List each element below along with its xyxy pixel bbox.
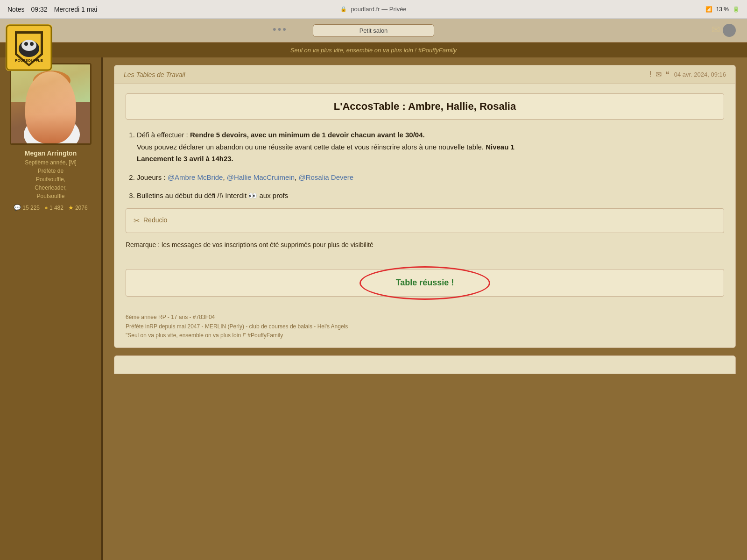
post-header: Les Tables de Travail ! ✉ ❝ 04 avr. 2024… [114, 65, 735, 84]
post-card: Les Tables de Travail ! ✉ ❝ 04 avr. 2024… [114, 65, 736, 348]
svg-point-5 [30, 42, 34, 46]
item1-launch: Lancement le 3 avril à 14h23. [137, 155, 233, 163]
post-meta-icons: ! ✉ ❝ [649, 70, 669, 79]
stat-messages: 💬 15 225 [14, 204, 40, 211]
main-layout: Seul on va plus vite, ensemble on va plu… [0, 43, 747, 560]
sidebar: Megan Arrington Septième année, [M] Préf… [0, 57, 103, 560]
svg-point-9 [24, 116, 80, 145]
item1-level: Niveau 1 [486, 143, 514, 151]
svg-marker-13 [52, 118, 53, 123]
post-meta: ! ✉ ❝ 04 avr. 2024, 09:16 [649, 70, 726, 79]
coin-icon: ● [44, 204, 48, 211]
reducio-icon: ✂ [134, 214, 140, 227]
username: Megan Arrington [25, 149, 77, 157]
star-icon: ★ [68, 204, 74, 211]
mail-icon-header[interactable]: ✉ [712, 24, 720, 37]
avatar [10, 63, 92, 145]
item3-text: Bulletins au début du défi /!\ Interdit … [137, 191, 288, 199]
time: 09:32 [31, 6, 48, 13]
svg-rect-10 [39, 121, 65, 145]
quote-icon[interactable]: ❝ [665, 70, 669, 79]
link-rosalia[interactable]: @Rosalia Devere [298, 173, 353, 181]
post-title-box: L'AccosTable : Ambre, Hallie, Rosalia [126, 93, 724, 120]
stat-stars: ★ 2076 [68, 204, 88, 211]
item1-intro: Défi à effectuer : [137, 131, 190, 139]
svg-point-25 [46, 97, 48, 99]
star-count: 2076 [75, 205, 88, 211]
item2-text: Joueurs : @Ambre McBride, @Hallie MacCru… [137, 173, 353, 181]
svg-point-15 [33, 78, 70, 119]
svg-text:POUFSOUFFLE: POUFSOUFFLE [15, 58, 43, 63]
link-ambre[interactable]: @Ambre McBride [168, 173, 223, 181]
svg-point-22 [55, 94, 61, 102]
avatar-svg [11, 64, 92, 145]
reducio-label: Reducio [143, 215, 167, 226]
svg-marker-11 [50, 115, 54, 139]
svg-point-16 [32, 71, 71, 114]
svg-rect-8 [11, 102, 92, 145]
footer-line2: Préfète inRP depuis mai 2047 - MERLIN (P… [126, 322, 724, 331]
post-category: Les Tables de Travail [124, 71, 185, 78]
reducio-box[interactable]: ✂ Reducio [126, 208, 724, 233]
list-item-1: Défi à effectuer : Rendre 5 devoirs, ave… [137, 129, 724, 165]
success-text: Table réussie ! [396, 278, 454, 287]
svg-point-17 [35, 79, 69, 117]
date: Mercredi 1 mai [54, 6, 98, 13]
svg-point-4 [24, 42, 28, 46]
link-hallie[interactable]: @Hallie MacCruimein [227, 173, 295, 181]
post-list: Défi à effectuer : Rendre 5 devoirs, ave… [126, 129, 724, 202]
nav-title-bar[interactable]: Petit salon [313, 24, 434, 37]
mail-icon-post[interactable]: ✉ [655, 70, 662, 79]
svg-point-24 [56, 96, 61, 101]
svg-point-21 [42, 94, 49, 102]
success-area: Table réussie ! [126, 269, 724, 297]
quote-banner: Seul on va plus vite, ensemble on va plu… [0, 43, 747, 57]
svg-point-3 [21, 40, 36, 51]
content-area: Megan Arrington Septième année, [M] Préf… [0, 57, 747, 560]
post-date: 04 avr. 2024, 09:16 [674, 71, 726, 78]
hufflepuff-badge-svg: POUFSOUFFLE [6, 24, 52, 71]
main-content[interactable]: Les Tables de Travail ! ✉ ❝ 04 avr. 2024… [103, 57, 747, 560]
post-content: L'AccosTable : Ambre, Hallie, Rosalia Dé… [114, 84, 735, 266]
topbar-left: Notes 09:32 Mercredi 1 mai [7, 6, 97, 13]
svg-point-27 [50, 102, 54, 105]
user-role: Septième année, [M] Préfète de Poufsouff… [20, 158, 81, 200]
partial-card [114, 355, 736, 374]
stat-coins: ● 1 482 [44, 204, 63, 211]
svg-rect-19 [63, 92, 72, 125]
list-item-2: Joueurs : @Ambre McBride, @Hallie MacCru… [137, 171, 724, 184]
post-body: Défi à effectuer : Rendre 5 devoirs, ave… [126, 129, 724, 250]
app-name: Notes [7, 6, 25, 13]
user-stats: 💬 15 225 ● 1 482 ★ 2076 [14, 204, 87, 211]
battery-icon: 🔋 [733, 6, 740, 13]
topbar-center: 🔒 poudlard.fr — Privée [340, 6, 406, 13]
svg-point-26 [58, 97, 60, 99]
remarque-text: Remarque : les messages de vos inscripti… [126, 240, 724, 251]
svg-marker-12 [50, 118, 51, 123]
item1-bold: Rendre 5 devoirs, avec un minimum de 1 d… [190, 131, 425, 139]
three-dots[interactable]: ••• [273, 23, 288, 35]
browser-icons: ✉ [712, 24, 736, 37]
post-title: L'AccosTable : Ambre, Hallie, Rosalia [135, 100, 714, 113]
svg-point-23 [44, 96, 49, 101]
message-count: 15 225 [22, 205, 40, 211]
quote-text: Seul on va plus vite, ensemble on va plu… [290, 47, 457, 54]
lock-icon: 🔒 [340, 6, 347, 12]
battery-level: 13 % [716, 6, 729, 13]
list-item-3: Bulletins au début du défi /!\ Interdit … [137, 190, 724, 202]
svg-rect-18 [32, 92, 41, 125]
user-circle-icon[interactable] [723, 24, 736, 37]
comment-icon: 💬 [14, 204, 21, 211]
svg-point-20 [33, 71, 70, 91]
browser-nav: ••• Petit salon ✉ [0, 19, 747, 43]
footer-line3: "Seul on va plus vite, ensemble on va pl… [126, 331, 724, 340]
post-footer: 6ème année RP - 17 ans - #783F04 Préfète… [114, 308, 735, 347]
svg-rect-7 [11, 64, 92, 145]
exclamation-icon[interactable]: ! [649, 70, 651, 79]
wifi-icon: 📶 [705, 6, 712, 13]
item1-cont: Vous pouvez déclarer un abandon ou une r… [137, 143, 486, 151]
coin-count: 1 482 [49, 205, 63, 211]
footer-line1: 6ème année RP - 17 ans - #783F04 [126, 313, 724, 322]
svg-point-14 [45, 112, 58, 120]
url-display: poudlard.fr — Privée [351, 6, 406, 13]
